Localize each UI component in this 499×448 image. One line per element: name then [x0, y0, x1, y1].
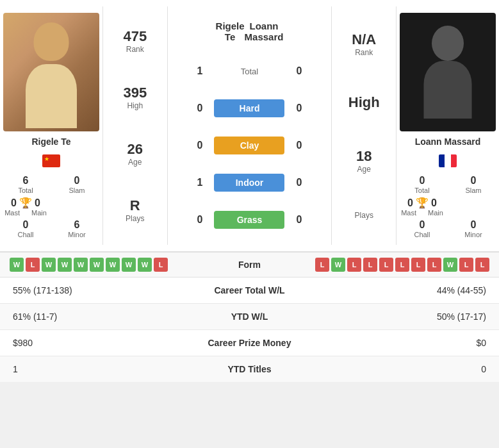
- player-right-minor: 0 Minor: [451, 219, 496, 238]
- player-left-main-label: Main: [31, 209, 47, 217]
- player-left: Rigele Te 6 Total 0 Slam 0 🏆 0: [0, 6, 102, 245]
- form-badge-left-w: W: [106, 258, 120, 272]
- right-rank-block: N/A Rank: [352, 31, 376, 57]
- player-right-main-label: Main: [428, 209, 443, 217]
- player-left-minor: 6 Minor: [54, 219, 99, 238]
- stats-row: 1YTD Titles0: [0, 356, 499, 383]
- form-badge-left-w: W: [10, 258, 24, 272]
- player-left-chall: 0 Chall: [3, 219, 48, 238]
- center-stats-left: 475 Rank 395 High 26 Age R Plays: [102, 6, 168, 245]
- stats-row: $980Career Prize Money$0: [0, 330, 499, 356]
- left-plays-label: Plays: [126, 214, 144, 223]
- right-plays-block: Plays: [355, 211, 373, 220]
- right-stats: N/A Rank High 18 Age Plays: [331, 6, 397, 245]
- player-right-total: 0 Total: [400, 175, 445, 194]
- trophy-icon-left: 🏆: [19, 197, 32, 209]
- stats-left-val-1: 61% (11-7): [0, 304, 175, 330]
- player-right-main-value: 0: [431, 197, 437, 209]
- player-right: Loann Massard 0 Total 0 Slam 0 🏆 0: [397, 6, 499, 245]
- player-right-photo: [400, 13, 496, 131]
- player-right-total-label: Total: [414, 187, 429, 194]
- spacer2: [451, 197, 496, 199]
- form-badge-right-l: L: [379, 258, 393, 272]
- player-right-slam-label: Slam: [465, 187, 481, 194]
- player-right-chall: 0 Chall: [400, 219, 445, 238]
- player-left-header-name: Rigele Te: [216, 21, 245, 42]
- stats-left-val-2: $980: [0, 330, 175, 356]
- stats-right-val-2: $0: [324, 330, 499, 356]
- player-left-main-value: 0: [35, 197, 40, 209]
- stats-left-val-3: 1: [0, 356, 175, 383]
- total-right-score: 0: [291, 65, 307, 77]
- stats-right-val-1: 50% (17-17): [324, 304, 499, 330]
- stats-center-label-3: YTD Titles: [175, 356, 325, 383]
- player-left-mast-label: Mast: [4, 209, 20, 217]
- clay-left-score: 0: [192, 140, 208, 151]
- player-right-header-name: Loann Massard: [245, 21, 284, 42]
- total-left-score: 1: [192, 65, 208, 77]
- form-badges-right: LWLLLLLLWLL: [282, 258, 490, 272]
- surface-row-clay: 0 Clay 0: [177, 137, 322, 154]
- stats-table: 55% (171-138)Career Total W/L44% (44-55)…: [0, 278, 499, 382]
- right-rank-label: Rank: [352, 48, 376, 57]
- player-right-photo-img: [400, 13, 496, 131]
- indoor-right-score: 0: [291, 177, 307, 188]
- right-high-value: High: [348, 94, 380, 111]
- form-badge-right-l: L: [347, 258, 361, 272]
- left-rank-label: Rank: [123, 45, 147, 54]
- spacer: [54, 197, 99, 199]
- form-badges-left: WLWWWWWWWL: [10, 258, 218, 272]
- surface-row-indoor: 1 Indoor 0: [177, 174, 322, 192]
- player-right-mast-value: 0: [407, 197, 413, 209]
- stats-row: 55% (171-138)Career Total W/L44% (44-55): [0, 278, 499, 304]
- stats-center-label-1: YTD W/L: [175, 304, 325, 330]
- left-rank-value: 475: [123, 28, 147, 45]
- player-right-minor-label: Minor: [464, 231, 482, 238]
- form-badge-right-w: W: [331, 258, 345, 272]
- stats-row: 61% (11-7)YTD W/L50% (17-17): [0, 304, 499, 330]
- stats-left-val-0: 55% (171-138): [0, 278, 175, 304]
- left-age-label: Age: [127, 158, 143, 167]
- player-right-name: Loann Massard: [415, 137, 481, 147]
- stats-right-val-0: 44% (44-55): [324, 278, 499, 304]
- form-badge-left-w: W: [90, 258, 104, 272]
- player-left-stats: 6 Total 0 Slam 0 🏆 0 Mast Main: [3, 175, 99, 238]
- player-right-slam: 0 Slam: [451, 175, 496, 194]
- left-rank-block: 475 Rank: [123, 28, 147, 54]
- player-left-slam-label: Slam: [69, 187, 85, 194]
- player-left-photo-img: [3, 13, 99, 131]
- form-badge-left-w: W: [138, 258, 152, 272]
- main-container: Rigele Te 6 Total 0 Slam 0 🏆 0: [0, 0, 499, 382]
- form-badge-left-l: L: [154, 258, 168, 272]
- form-badge-right-l: L: [395, 258, 409, 272]
- stats-center-label-2: Career Prize Money: [175, 330, 325, 356]
- form-badge-right-l: L: [315, 258, 329, 272]
- right-age-label: Age: [356, 165, 372, 174]
- form-badge-right-l: L: [363, 258, 377, 272]
- form-badge-left-w: W: [122, 258, 136, 272]
- player-left-header: Rigele Te: [216, 21, 245, 45]
- form-badge-left-w: W: [74, 258, 88, 272]
- hard-badge: Hard: [214, 99, 284, 117]
- grass-badge: Grass: [214, 211, 284, 229]
- left-high-value: 395: [123, 85, 147, 101]
- player-left-minor-value: 6: [74, 219, 80, 231]
- player-right-mast: 0 🏆 0 Mast Main: [400, 197, 445, 217]
- surface-row-grass: 0 Grass 0: [177, 211, 322, 229]
- total-label: Total: [214, 67, 284, 76]
- left-plays-value: R: [126, 197, 144, 214]
- form-badge-right-l: L: [459, 258, 473, 272]
- surface-section: Rigele Te Loann Massard 1 Total 0 0 Hard…: [168, 6, 332, 245]
- player-left-total-label: Total: [18, 187, 33, 194]
- player-left-minor-label: Minor: [68, 231, 86, 238]
- player-right-chall-label: Chall: [414, 231, 430, 238]
- form-badge-right-l: L: [427, 258, 441, 272]
- hard-right-score: 0: [291, 103, 307, 114]
- form-badge-right-l: L: [475, 258, 489, 272]
- grass-left-score: 0: [192, 214, 208, 226]
- player-left-mast-value: 0: [11, 197, 17, 209]
- hard-left-score: 0: [192, 103, 208, 114]
- form-badge-left-l: L: [26, 258, 40, 272]
- player-right-flag: [439, 154, 457, 170]
- right-age-value: 18: [356, 148, 372, 165]
